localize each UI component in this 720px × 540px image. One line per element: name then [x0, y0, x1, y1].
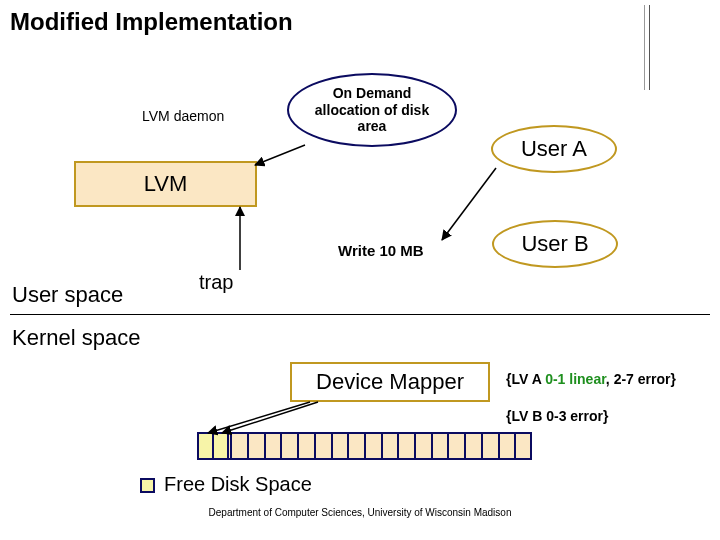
mapping-b-text: {LV B 0-3 error} — [506, 408, 608, 424]
arrow-dm-to-disk-1 — [208, 402, 310, 433]
user-b-oval: User B — [492, 220, 618, 268]
page-title: Modified Implementation — [10, 8, 293, 36]
arrow-balloon-to-lvm — [255, 145, 305, 165]
mapping-a-prefix: {LV A — [506, 371, 545, 387]
legend-swatch — [140, 478, 155, 493]
arrow-usera-to-write — [442, 168, 496, 240]
lvm-daemon-label: LVM daemon — [142, 108, 224, 124]
kernelspace-label: Kernel space — [12, 325, 140, 351]
mapping-a-rest: , 2-7 error} — [606, 371, 676, 387]
on-demand-balloon: On Demand allocation of disk area — [287, 73, 457, 147]
space-divider — [10, 314, 710, 315]
disk-allocated-cells — [199, 434, 229, 458]
mapping-a-linear: 0-1 linear — [545, 371, 606, 387]
write-label: Write 10 MB — [338, 242, 424, 259]
lvm-box: LVM — [74, 161, 257, 207]
disk-strip — [197, 432, 532, 460]
userspace-label: User space — [12, 282, 123, 308]
device-mapper-box: Device Mapper — [290, 362, 490, 402]
mapping-a-text: {LV A 0-1 linear, 2-7 error} — [506, 371, 676, 387]
decorative-rule — [649, 5, 650, 90]
legend-label: Free Disk Space — [164, 473, 312, 496]
decorative-rule — [644, 5, 645, 90]
user-a-oval: User A — [491, 125, 617, 173]
arrow-dm-to-disk-2 — [222, 402, 318, 433]
footer-text: Department of Computer Sciences, Univers… — [0, 507, 720, 519]
trap-label: trap — [199, 271, 233, 294]
